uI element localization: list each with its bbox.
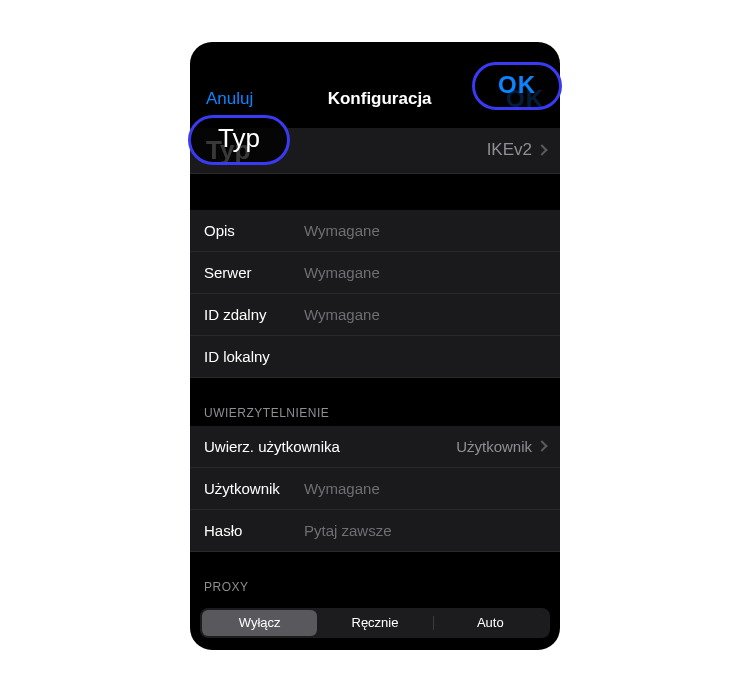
opis-label: Opis: [204, 222, 304, 239]
cancel-button[interactable]: Anuluj: [206, 89, 253, 109]
outer-card: Anuluj Konfiguracja OK Typ IKEv2 Opis Se…: [0, 0, 750, 691]
phone-frame: Anuluj Konfiguracja OK Typ IKEv2 Opis Se…: [190, 42, 560, 650]
username-row[interactable]: Użytkownik: [190, 468, 560, 510]
id-lokalny-input[interactable]: [304, 348, 546, 365]
id-lokalny-row[interactable]: ID lokalny: [190, 336, 560, 378]
proxy-segmented-control[interactable]: Wyłącz Ręcznie Auto: [200, 608, 550, 638]
serwer-label: Serwer: [204, 264, 304, 281]
opis-row[interactable]: Opis: [190, 210, 560, 252]
password-row[interactable]: Hasło: [190, 510, 560, 552]
serwer-row[interactable]: Serwer: [190, 252, 560, 294]
id-zdalny-label: ID zdalny: [204, 306, 304, 323]
chevron-right-icon: [536, 144, 547, 155]
proxy-option-off[interactable]: Wyłącz: [202, 610, 317, 636]
proxy-section-header: PROXY: [190, 552, 560, 600]
page-title: Konfiguracja: [328, 89, 432, 109]
auth-section-header: UWIERZYTELNIENIE: [190, 378, 560, 426]
id-lokalny-label: ID lokalny: [204, 348, 304, 365]
type-label: Typ: [204, 135, 250, 166]
user-auth-value: Użytkownik: [364, 438, 538, 455]
proxy-option-manual[interactable]: Ręcznie: [317, 610, 432, 636]
nav-header: Anuluj Konfiguracja OK: [190, 70, 560, 128]
password-label: Hasło: [204, 522, 304, 539]
user-auth-label: Uwierz. użytkownika: [204, 438, 364, 455]
proxy-option-auto[interactable]: Auto: [433, 610, 548, 636]
type-value: IKEv2: [250, 140, 538, 160]
id-zdalny-input[interactable]: [304, 306, 546, 323]
serwer-input[interactable]: [304, 264, 546, 281]
type-row[interactable]: Typ IKEv2: [190, 128, 560, 174]
user-auth-row[interactable]: Uwierz. użytkownika Użytkownik: [190, 426, 560, 468]
password-input[interactable]: [304, 522, 546, 539]
chevron-right-icon: [536, 440, 547, 451]
ok-button[interactable]: OK: [506, 85, 544, 113]
opis-input[interactable]: [304, 222, 546, 239]
id-zdalny-row[interactable]: ID zdalny: [190, 294, 560, 336]
username-label: Użytkownik: [204, 480, 304, 497]
username-input[interactable]: [304, 480, 546, 497]
section-gap: [190, 174, 560, 210]
